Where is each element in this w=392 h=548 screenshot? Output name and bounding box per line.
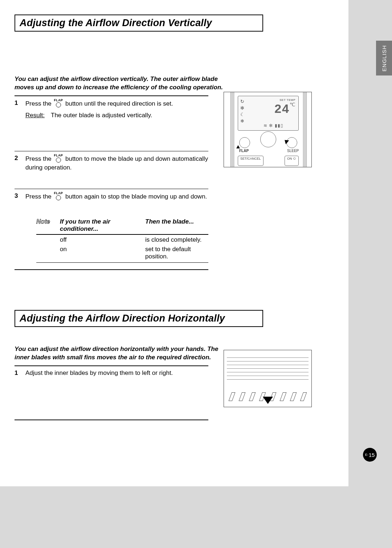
remote-bottom-row: SET/CANCEL ON ⏲ — [238, 156, 299, 166]
step-number: 3 — [15, 192, 25, 201]
signal-icons: ≋ ✻ ▮▮▯ — [264, 123, 283, 128]
step-row: 3 Press the FLAP button again to stop th… — [15, 189, 208, 204]
flap-icon-label: FLAP — [54, 98, 63, 102]
flap-icon-label: FLAP — [54, 153, 63, 158]
section1-title-box: Adjusting the Airflow Direction Vertical… — [15, 15, 263, 32]
set-temp-label: SET TEMP — [274, 98, 295, 102]
remote-edge — [303, 92, 307, 167]
step-text-pre: Press the — [25, 155, 53, 162]
step-number: 2 — [15, 154, 25, 172]
step-row: 2 Press the FLAP button to move the blad… — [15, 151, 208, 174]
temperature-value: 24 — [274, 102, 290, 115]
note-label: Note — [36, 218, 60, 225]
result-label: Result — [25, 111, 47, 120]
temperature-display: SET TEMP 24℃ — [274, 98, 295, 116]
step-row: 1 Adjust the inner blades by moving them… — [15, 366, 208, 380]
set-cancel-button-icon: SET/CANCEL — [238, 156, 264, 166]
flap-label: FLAP — [239, 149, 249, 153]
sleep-label: SLEEP — [287, 149, 299, 153]
circle-icon — [56, 158, 61, 163]
step-text-pre: Press the — [25, 193, 53, 200]
section2-intro: You can adjust the airflow direction hor… — [15, 345, 232, 362]
step-text: Press the FLAP button to move the blade … — [25, 154, 208, 172]
remote-illustration: ↻✻☾❄ SET TEMP 24℃ ≋ ✻ ▮▮▯ FLAP SLEEP SET… — [224, 92, 312, 167]
arrow-down-icon — [263, 397, 273, 404]
note-cell: on — [60, 246, 145, 260]
page-number-badge: E-15 — [363, 448, 377, 462]
divider — [15, 420, 208, 420]
circle-icon — [56, 102, 61, 107]
remote-body: ↻✻☾❄ SET TEMP 24℃ ≋ ✻ ▮▮▯ FLAP SLEEP SET… — [230, 92, 307, 167]
step-row: 1 Press the FLAP button until the requir… — [15, 96, 208, 122]
step-text-post: button again to stop the blade moving up… — [65, 193, 207, 200]
result-row: Result The outer blade is adjusted verti… — [25, 111, 208, 120]
note-data-row: on set to the default position. — [36, 244, 208, 261]
sleep-button-icon — [286, 137, 297, 148]
step-text: Adjust the inner blades by moving them t… — [25, 369, 208, 377]
section2-title: Adjusting the Airflow Direction Horizont… — [20, 313, 258, 324]
result-text: The outer blade is adjusted vertically. — [51, 111, 208, 120]
mode-icons: ↻✻☾❄ — [240, 98, 245, 124]
section1-title: Adjusting the Airflow Direction Vertical… — [20, 17, 258, 29]
note-block: Note If you turn the air conditioner... … — [36, 218, 208, 263]
flap-button-icon: FLAP — [54, 191, 63, 200]
note-header-col2: Then the blade... — [145, 218, 208, 225]
note-data-row: off is closed completely. — [36, 235, 208, 244]
power-button-icon — [260, 131, 276, 147]
on-timer-button-icon: ON ⏲ — [285, 156, 299, 166]
flap-button-icon: FLAP — [54, 153, 63, 163]
note-cell: is closed completely. — [145, 236, 208, 244]
flap-icon-label: FLAP — [54, 191, 63, 195]
ac-grille — [227, 357, 309, 383]
section1-body: 1 Press the FLAP button until the requir… — [15, 95, 211, 270]
flap-button-icon: FLAP — [54, 98, 63, 107]
ac-unit-illustration — [224, 350, 312, 407]
remote-edge — [230, 92, 234, 167]
step-text-pre: Press the — [25, 100, 53, 107]
flap-button-icon — [239, 137, 250, 148]
section2-title-box: Adjusting the Airflow Direction Horizont… — [15, 310, 263, 327]
page-prefix: E- — [365, 453, 368, 457]
step-number: 1 — [15, 99, 25, 120]
remote-screen: ↻✻☾❄ SET TEMP 24℃ ≋ ✻ ▮▮▯ — [238, 96, 299, 131]
circle-icon — [56, 195, 61, 200]
section2-body: 1 Adjust the inner blades by moving them… — [15, 365, 211, 420]
note-cell: set to the default position. — [145, 246, 208, 260]
language-label: ENGLISH — [381, 45, 387, 71]
step-text: Press the FLAP button until the required… — [25, 99, 208, 120]
step-text-post: button until the required direction is s… — [65, 100, 173, 107]
section1-intro: You can adjust the airflow direction ver… — [15, 75, 232, 92]
page-number: 15 — [369, 452, 375, 458]
page: ENGLISH Adjusting the Airflow Direction … — [0, 0, 392, 548]
step-text: Press the FLAP button again to stop the … — [25, 192, 208, 201]
note-header-row: Note If you turn the air conditioner... … — [36, 218, 208, 233]
content-area: Adjusting the Airflow Direction Vertical… — [15, 15, 377, 420]
temperature-unit: ℃ — [290, 102, 295, 107]
remote-button-row — [238, 134, 299, 151]
note-cell: off — [60, 236, 145, 244]
ac-unit — [227, 353, 309, 404]
note-header-col1: If you turn the air conditioner... — [60, 218, 145, 233]
step-number: 1 — [15, 369, 25, 377]
language-tab: ENGLISH — [376, 41, 392, 75]
